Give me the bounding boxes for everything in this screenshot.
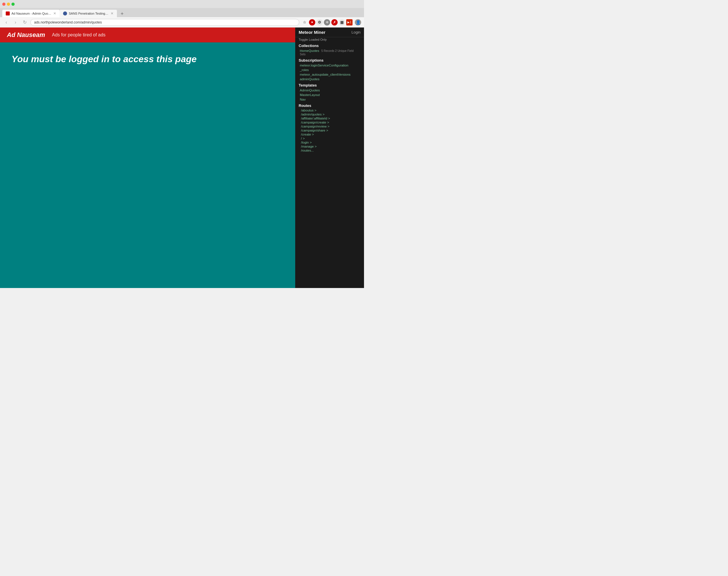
meteor-login-button[interactable]: Login <box>351 30 360 34</box>
extension-icon-1[interactable]: ★ <box>309 19 315 26</box>
meteor-route-5[interactable]: /campaign/review > <box>295 124 364 128</box>
meteor-sub-3[interactable]: meteor_autoupdate_clientVersions <box>295 72 364 77</box>
reload-button[interactable]: ↻ <box>21 19 28 26</box>
meteor-tmpl-2[interactable]: MasterLayout <box>295 92 364 97</box>
site-logo: Ad Nauseam <box>7 31 45 39</box>
site-tagline: Ads for people tired of ads <box>52 32 106 37</box>
site-body: You must be logged in to access this pag… <box>0 42 295 288</box>
tab-1[interactable]: Ad Nauseum - Admin Quotes ✕ <box>2 10 60 17</box>
nav-bar: ‹ › ↻ ads.northpolewonderland.com/admin/… <box>0 17 364 28</box>
extension-icon-6[interactable]: ▶1 <box>346 19 353 26</box>
website: Ad Nauseam Ads for people tired of ads Y… <box>0 28 295 288</box>
tab-close-1[interactable]: ✕ <box>53 11 56 16</box>
tab-2[interactable]: SANS Penetration Testing | M... ✕ <box>60 10 117 17</box>
meteor-route-2[interactable]: /admin/quotes > <box>295 112 364 116</box>
meteor-header: Meteor Miner Login <box>295 28 364 37</box>
meteor-tmpl-3[interactable]: Nav <box>295 97 364 102</box>
tab-favicon-2 <box>63 11 67 16</box>
extension-icon-3[interactable]: ⊕ <box>324 19 330 26</box>
meteor-route-10[interactable]: /manage > <box>295 144 364 148</box>
tab-favicon-1 <box>6 11 10 16</box>
meteor-miner-panel: Meteor Miner Login Toggle Loaded Only Co… <box>295 28 364 288</box>
meteor-route-1[interactable]: /aboutus > <box>295 108 364 112</box>
bookmark-icon[interactable]: ☆ <box>301 19 308 26</box>
meteor-toggle[interactable]: Toggle Loaded Only <box>295 37 364 42</box>
meteor-route-11[interactable]: /routes... <box>295 148 364 152</box>
extension-icon-5[interactable]: ▦ <box>339 19 345 26</box>
back-button[interactable]: ‹ <box>3 19 10 26</box>
meteor-collection-homequotes[interactable]: HomeQuotes 5 Records 2 Unique Field Sets <box>295 49 364 56</box>
meteor-routes-title: Routes <box>295 102 364 108</box>
extension-icon-4[interactable]: ✗ <box>331 19 338 26</box>
content-area: Ad Nauseam Ads for people tired of ads Y… <box>0 28 364 288</box>
meteor-sub-1[interactable]: meteor.loginServiceConfiguration <box>295 63 364 68</box>
meteor-tmpl-1[interactable]: AdminQuotes <box>295 88 364 92</box>
extension-icon-2[interactable]: ⚙ <box>316 19 323 26</box>
site-header: Ad Nauseam Ads for people tired of ads <box>0 28 295 42</box>
forward-button[interactable]: › <box>12 19 19 26</box>
tab-title-2: SANS Penetration Testing | M... <box>69 12 109 15</box>
meteor-route-4[interactable]: /campaign/create > <box>295 120 364 124</box>
minimize-button[interactable] <box>7 3 10 6</box>
meteor-route-8[interactable]: / > <box>295 136 364 140</box>
tab-bar: Ad Nauseum - Admin Quotes ✕ SANS Penetra… <box>0 8 364 17</box>
meteor-route-6[interactable]: /campaign/share > <box>295 128 364 133</box>
meteor-sub-4[interactable]: adminQuotes <box>295 77 364 81</box>
new-tab-button[interactable]: + <box>118 10 126 17</box>
browser-chrome: Ad Nauseum - Admin Quotes ✕ SANS Penetra… <box>0 0 364 28</box>
site-message: You must be logged in to access this pag… <box>11 54 197 64</box>
tab-close-2[interactable]: ✕ <box>111 11 114 16</box>
meteor-route-9[interactable]: /login > <box>295 140 364 144</box>
address-bar[interactable]: ads.northpolewonderland.com/admin/quotes <box>30 19 299 26</box>
meteor-sub-2[interactable]: _roles <box>295 68 364 72</box>
address-text: ads.northpolewonderland.com/admin/quotes <box>34 20 102 24</box>
tab-title-1: Ad Nauseum - Admin Quotes <box>11 12 52 15</box>
traffic-lights <box>2 3 14 6</box>
meteor-route-7[interactable]: /create > <box>295 133 364 136</box>
close-button[interactable] <box>2 3 5 6</box>
meteor-title: Meteor Miner <box>299 30 325 35</box>
meteor-collection-meta: 5 Records 2 Unique Field Sets <box>300 49 354 56</box>
title-bar <box>0 0 364 8</box>
meteor-templates-title: Templates <box>295 81 364 88</box>
nav-icons: ☆ ★ ⚙ ⊕ ✗ ▦ ▶1 <box>301 19 353 26</box>
meteor-subscriptions-title: Subscriptions <box>295 56 364 63</box>
meteor-collections-title: Collections <box>295 42 364 49</box>
profile-icon[interactable]: 👤 <box>355 19 361 26</box>
main-area: Ad Nauseam Ads for people tired of ads Y… <box>0 28 364 288</box>
maximize-button[interactable] <box>11 3 14 6</box>
meteor-route-3[interactable]: /affiliate/:affiliateId > <box>295 116 364 120</box>
